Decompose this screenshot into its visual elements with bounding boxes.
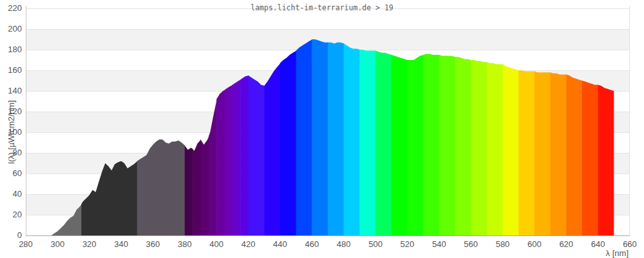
spectrum-band bbox=[232, 79, 241, 235]
spectrum-band bbox=[423, 54, 439, 235]
y-tick-label: 140 bbox=[0, 86, 22, 96]
spectrum-band bbox=[312, 39, 328, 235]
spectrum-band bbox=[455, 57, 471, 235]
spectrum-band bbox=[359, 50, 375, 235]
x-tick-label: 440 bbox=[265, 239, 296, 250]
spectrum-band bbox=[344, 43, 360, 235]
spectrum-band bbox=[264, 63, 280, 235]
y-axis-label: I(λ) [µW/cm2/nm] bbox=[6, 100, 16, 164]
x-axis-label: λ [nm] bbox=[606, 248, 629, 258]
x-tick-label: 520 bbox=[392, 239, 422, 250]
spectrum-band bbox=[439, 55, 455, 235]
x-tick-label: 580 bbox=[488, 239, 518, 250]
x-tick-label: 280 bbox=[10, 239, 41, 250]
x-tick-label: 300 bbox=[42, 239, 73, 250]
spectrum-band bbox=[518, 70, 535, 235]
x-tick-label: 320 bbox=[74, 239, 105, 250]
spectrum-band bbox=[216, 90, 225, 235]
y-tick-label: 220 bbox=[0, 3, 22, 14]
x-tick-label: 420 bbox=[233, 239, 264, 250]
x-tick-label: 620 bbox=[551, 239, 582, 250]
spectrum-band bbox=[328, 43, 344, 235]
spectrum-band bbox=[535, 72, 551, 235]
spectrum-band bbox=[566, 74, 582, 235]
y-tick-label: 40 bbox=[0, 189, 22, 199]
x-tick-label: 540 bbox=[424, 239, 455, 250]
chart-title: lamps.licht-im-terrarium.de > 19 bbox=[0, 3, 644, 12]
spectrum-band bbox=[240, 75, 249, 235]
y-tick-label: 200 bbox=[0, 24, 22, 34]
spectrum-band bbox=[296, 39, 312, 235]
y-tick-label: 60 bbox=[0, 168, 22, 179]
spectrum-band bbox=[249, 75, 265, 235]
spectrum-band bbox=[375, 51, 392, 235]
spectrum-band bbox=[201, 136, 209, 235]
x-tick-label: 380 bbox=[169, 239, 200, 250]
spectrum-band bbox=[392, 55, 408, 235]
spectrum-chart: lamps.licht-im-terrarium.de > 19 0204060… bbox=[0, 0, 644, 258]
y-tick-label: 160 bbox=[0, 65, 22, 75]
spectrum-band bbox=[407, 55, 423, 235]
x-tick-label: 560 bbox=[455, 239, 486, 250]
x-tick-label: 500 bbox=[360, 239, 391, 250]
plot-area bbox=[0, 0, 644, 258]
spectrum-band bbox=[225, 84, 233, 235]
spectrum-band bbox=[280, 51, 296, 235]
x-tick-label: 480 bbox=[328, 239, 359, 250]
spectrum-band bbox=[185, 146, 193, 235]
x-tick-label: 360 bbox=[137, 239, 168, 250]
y-tick-label: 180 bbox=[0, 45, 22, 55]
spectrum-band bbox=[503, 64, 519, 235]
spectrum-band bbox=[551, 72, 567, 235]
spectrum-band bbox=[582, 81, 598, 235]
x-tick-label: 460 bbox=[296, 239, 327, 250]
x-tick-label: 400 bbox=[201, 239, 232, 250]
spectrum-band bbox=[471, 60, 487, 235]
spectrum-band bbox=[487, 62, 503, 235]
y-tick-label: 20 bbox=[0, 210, 22, 220]
x-tick-label: 340 bbox=[106, 239, 137, 250]
spectrum-band bbox=[193, 139, 201, 235]
x-tick-label: 600 bbox=[519, 239, 550, 250]
spectrum-band bbox=[598, 84, 614, 235]
